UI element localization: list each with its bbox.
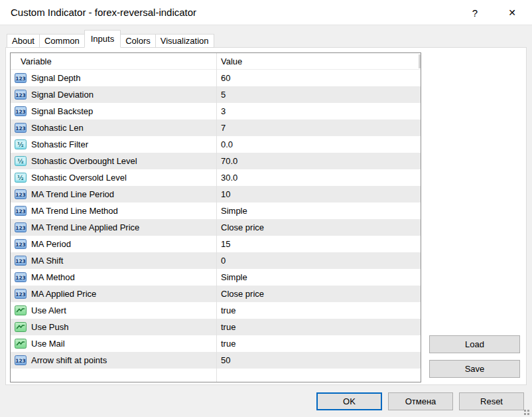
param-value[interactable]: Close price xyxy=(216,222,421,232)
column-resize-divider[interactable] xyxy=(216,53,217,382)
param-name: MA Shift xyxy=(31,256,63,266)
param-name: Signal Deviation xyxy=(31,90,94,100)
svg-text:123: 123 xyxy=(15,76,26,82)
param-variable-cell: 123MA Trend Line Period xyxy=(11,186,216,203)
param-name: Stohastic Oversold Level xyxy=(31,173,127,183)
param-value[interactable]: true xyxy=(216,322,421,332)
table-header: Variable Value xyxy=(11,53,421,70)
reset-button[interactable]: Reset xyxy=(459,392,524,410)
param-value[interactable]: 70.0 xyxy=(216,156,421,166)
param-value[interactable]: 0 xyxy=(216,256,421,266)
int-param-icon: 123 xyxy=(15,272,27,282)
table-row[interactable]: Use Mailtrue xyxy=(11,335,421,352)
column-header-value: Value xyxy=(216,56,421,66)
window-title: Custom Indicator - forex-reversal-indica… xyxy=(11,7,196,18)
table-row[interactable]: ½Stohastic Oversold Level30.0 xyxy=(11,169,421,186)
param-value[interactable]: 10 xyxy=(216,189,421,199)
table-row[interactable]: 123MA MethodSimple xyxy=(11,269,421,286)
double-param-icon: ½ xyxy=(15,173,27,183)
table-row[interactable]: 123MA Trend Line MethodSimple xyxy=(11,203,421,219)
param-value[interactable]: 60 xyxy=(216,73,421,83)
param-variable-cell: 123MA Trend Line Applied Price xyxy=(11,219,216,236)
param-value[interactable]: 15 xyxy=(216,239,421,249)
scrollbar[interactable] xyxy=(419,54,421,68)
param-variable-cell: 123Signal Deviation xyxy=(11,86,216,103)
load-button[interactable]: Load xyxy=(429,335,520,353)
param-name: Stohastic Filter xyxy=(31,139,88,149)
table-row[interactable]: 123Arrow shift at points50 xyxy=(11,352,421,369)
param-value[interactable]: 7 xyxy=(216,123,421,133)
param-name: Stohastic Len xyxy=(31,123,84,133)
svg-text:123: 123 xyxy=(15,258,26,264)
param-variable-cell: 123MA Applied Price xyxy=(11,286,216,302)
table-row[interactable]: 123MA Trend Line Applied PriceClose pric… xyxy=(11,219,421,236)
param-variable-cell: Use Push xyxy=(11,319,216,335)
save-button[interactable]: Save xyxy=(429,360,520,378)
titlebar: Custom Indicator - forex-reversal-indica… xyxy=(0,0,532,25)
param-variable-cell: ½Stohastic Overbought Level xyxy=(11,153,216,169)
table-row[interactable]: 123MA Period15 xyxy=(11,236,421,252)
param-value[interactable]: 3 xyxy=(216,106,421,116)
param-name: MA Trend Line Applied Price xyxy=(31,222,139,232)
tab-about[interactable]: About xyxy=(7,34,40,48)
svg-text:123: 123 xyxy=(15,92,26,98)
tab-colors[interactable]: Colors xyxy=(120,34,156,48)
table-row[interactable]: 123Signal Backstep3 xyxy=(11,103,421,120)
svg-text:½: ½ xyxy=(17,158,23,165)
param-variable-cell: 123MA Shift xyxy=(11,252,216,269)
param-variable-cell: 123MA Trend Line Method xyxy=(11,203,216,219)
table-row[interactable]: 123MA Applied PriceClose price xyxy=(11,286,421,302)
table-row[interactable]: Use Pushtrue xyxy=(11,319,421,335)
column-header-variable: Variable xyxy=(11,56,216,66)
int-param-icon: 123 xyxy=(15,289,27,299)
inputs-tab-page: Variable Value 123Signal Depth60123Signa… xyxy=(5,47,527,385)
param-name: Arrow shift at points xyxy=(31,355,107,365)
param-value[interactable]: 5 xyxy=(216,90,421,100)
param-value[interactable]: 0.0 xyxy=(216,139,421,149)
svg-text:123: 123 xyxy=(15,109,26,115)
table-row[interactable]: 123MA Trend Line Period10 xyxy=(11,186,421,203)
param-name: Use Push xyxy=(31,322,68,332)
table-row[interactable]: 123Signal Depth60 xyxy=(11,70,421,86)
tab-bar: AboutCommonInputsColorsVisualization xyxy=(7,30,214,48)
ok-button[interactable]: OK xyxy=(316,392,382,410)
tab-common[interactable]: Common xyxy=(39,34,85,48)
param-value[interactable]: true xyxy=(216,305,421,315)
param-value[interactable]: Close price xyxy=(216,289,421,299)
table-row[interactable]: 123Stohastic Len7 xyxy=(11,120,421,136)
param-value[interactable]: Simple xyxy=(216,206,421,216)
table-row[interactable]: ½Stohastic Filter0.0 xyxy=(11,136,421,153)
svg-text:123: 123 xyxy=(15,225,26,231)
param-value[interactable]: 30.0 xyxy=(216,173,421,183)
int-param-icon: 123 xyxy=(15,206,27,216)
int-param-icon: 123 xyxy=(15,222,27,232)
bool-param-icon xyxy=(15,322,27,332)
param-name: MA Trend Line Method xyxy=(31,206,118,216)
table-row[interactable]: ½Stohastic Overbought Level70.0 xyxy=(11,153,421,169)
param-name: Use Mail xyxy=(31,339,65,349)
int-param-icon: 123 xyxy=(15,239,27,249)
param-value[interactable]: Simple xyxy=(216,272,421,282)
table-row[interactable]: Use Alerttrue xyxy=(11,302,421,319)
table-row[interactable]: 123MA Shift0 xyxy=(11,252,421,269)
parameters-table: Variable Value 123Signal Depth60123Signa… xyxy=(10,52,421,382)
param-variable-cell: ½Stohastic Filter xyxy=(11,136,216,153)
param-variable-cell: 123Signal Backstep xyxy=(11,103,216,120)
param-variable-cell: 123MA Period xyxy=(11,236,216,252)
help-icon[interactable]: ? xyxy=(462,0,488,25)
table-row[interactable]: 123Signal Deviation5 xyxy=(11,86,421,103)
resize-grip-icon[interactable] xyxy=(524,410,529,415)
tab-inputs[interactable]: Inputs xyxy=(84,30,121,48)
param-variable-cell: 123Signal Depth xyxy=(11,70,216,86)
svg-text:123: 123 xyxy=(15,275,26,281)
cancel-button[interactable]: Отмена xyxy=(388,392,453,410)
param-name: MA Method xyxy=(31,272,75,282)
param-value[interactable]: 50 xyxy=(216,355,421,365)
int-param-icon: 123 xyxy=(15,106,27,116)
param-name: MA Applied Price xyxy=(31,289,96,299)
tab-visualization[interactable]: Visualization xyxy=(155,34,214,48)
param-variable-cell: Use Mail xyxy=(11,335,216,352)
param-value[interactable]: true xyxy=(216,339,421,349)
param-name: MA Trend Line Period xyxy=(31,189,114,199)
close-icon[interactable]: ✕ xyxy=(499,0,525,25)
